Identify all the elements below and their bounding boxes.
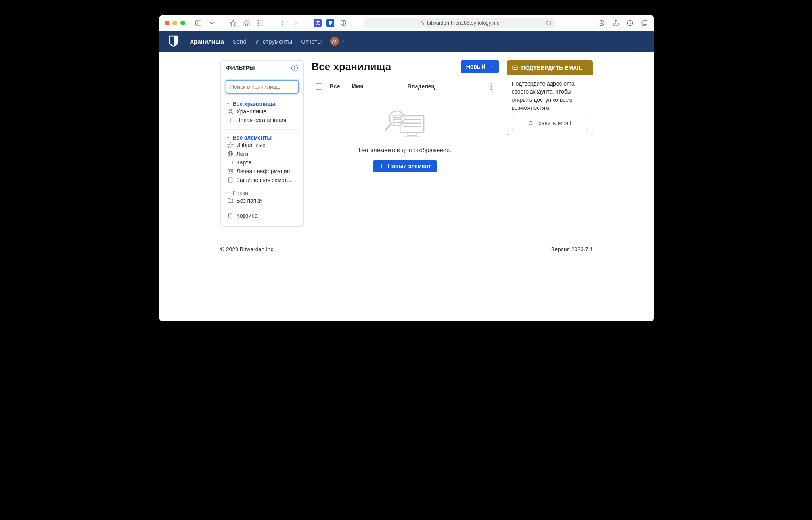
user-icon bbox=[227, 108, 234, 115]
maximize-window-button[interactable] bbox=[180, 21, 185, 25]
sidebar-item-favorites[interactable]: Избранные bbox=[226, 141, 299, 149]
sidebar-toggle-icon[interactable] bbox=[194, 19, 203, 27]
trash-icon bbox=[227, 212, 234, 219]
forward-button[interactable] bbox=[291, 19, 300, 27]
nav-vaults[interactable]: Хранилища bbox=[190, 38, 224, 45]
nav-reports[interactable]: Отчеты bbox=[301, 38, 322, 45]
downloads-icon[interactable] bbox=[597, 19, 606, 27]
sidebar-item-login[interactable]: Логин bbox=[226, 149, 299, 158]
browser-toolbar: 文 bitwarden.hren285.synology.me bbox=[159, 15, 654, 31]
close-window-button[interactable] bbox=[165, 21, 169, 25]
address-bar[interactable]: bitwarden.hren285.synology.me bbox=[364, 18, 555, 28]
nav-tools[interactable]: Инструменты bbox=[255, 38, 293, 45]
callout-body-text: Подтвердите адрес email своего аккаунта,… bbox=[512, 80, 588, 112]
history-icon[interactable] bbox=[626, 19, 634, 27]
page-title: Все хранилища bbox=[312, 61, 391, 73]
sidebar-item-secure-note[interactable]: Защищенная замет… bbox=[226, 176, 299, 184]
minimize-window-button[interactable] bbox=[172, 21, 177, 25]
table-header: Все Имя Владелец ⋮ bbox=[312, 80, 499, 93]
svg-point-30 bbox=[229, 170, 230, 172]
globe-icon bbox=[227, 151, 234, 157]
verify-email-callout: ПОДТВЕРДИТЬ EMAIL Подтвердите адрес emai… bbox=[507, 60, 593, 135]
svg-rect-27 bbox=[228, 161, 233, 164]
col-owner[interactable]: Владелец bbox=[408, 83, 480, 90]
footer-version: Версия 2023.7.1 bbox=[551, 246, 593, 252]
help-icon[interactable]: ? bbox=[291, 65, 298, 71]
star-icon[interactable] bbox=[229, 19, 237, 27]
apps-grid-icon[interactable] bbox=[256, 19, 264, 27]
svg-line-45 bbox=[385, 124, 391, 130]
app-nav: Хранилища Send Инструменты Отчеты АЛ bbox=[159, 31, 654, 52]
chevron-down-icon bbox=[226, 191, 230, 195]
sidebar-item-no-folder[interactable]: Без папки bbox=[226, 196, 299, 205]
svg-point-5 bbox=[262, 20, 262, 21]
svg-point-20 bbox=[229, 109, 231, 111]
new-button[interactable]: Новый bbox=[461, 60, 499, 73]
col-name[interactable]: Имя bbox=[352, 83, 400, 90]
svg-point-9 bbox=[258, 25, 259, 25]
svg-point-6 bbox=[258, 22, 259, 23]
svg-rect-0 bbox=[195, 21, 201, 25]
search-input[interactable] bbox=[226, 80, 299, 94]
folder-icon bbox=[227, 197, 234, 204]
svg-marker-23 bbox=[228, 142, 233, 147]
filters-title: ФИЛЬТРЫ bbox=[226, 65, 255, 71]
tabs-icon[interactable] bbox=[640, 19, 649, 27]
empty-illustration-icon bbox=[381, 105, 429, 140]
browser-window: 文 bitwarden.hren285.synology.me Хранилищ… bbox=[159, 15, 654, 321]
share-icon[interactable] bbox=[611, 19, 620, 27]
avatar: АЛ bbox=[330, 37, 339, 46]
chevron-down-icon bbox=[488, 64, 493, 69]
svg-point-10 bbox=[260, 25, 260, 25]
chevron-down-icon bbox=[226, 135, 230, 140]
nav-send[interactable]: Send bbox=[233, 38, 247, 45]
extension-translate-icon[interactable]: 文 bbox=[314, 19, 322, 27]
sidebar-item-trash[interactable]: Корзина bbox=[226, 211, 299, 220]
footer: © 2023 Bitwarden Inc. Версия 2023.7.1 bbox=[220, 239, 593, 263]
svg-rect-40 bbox=[408, 133, 416, 136]
send-email-button[interactable]: Отправить email bbox=[512, 117, 588, 130]
brand-logo-icon bbox=[169, 35, 179, 47]
empty-state: Нет элементов для отображения. Новый эле… bbox=[312, 93, 499, 175]
svg-marker-2 bbox=[230, 20, 236, 26]
card-icon bbox=[227, 159, 234, 166]
sidebar-item-new-org[interactable]: Новая организация bbox=[226, 116, 299, 124]
reload-icon[interactable] bbox=[546, 20, 552, 26]
group-folders[interactable]: Папки bbox=[226, 190, 299, 196]
plus-icon bbox=[379, 163, 385, 169]
sidebar-item-identity[interactable]: Личная информация bbox=[226, 167, 299, 176]
chevron-down-icon bbox=[226, 101, 230, 106]
svg-point-8 bbox=[262, 22, 262, 23]
extension-shield-icon[interactable] bbox=[339, 19, 348, 27]
svg-rect-29 bbox=[228, 169, 233, 173]
group-all-elements[interactable]: Все элементы bbox=[226, 134, 299, 141]
main-panel: Все хранилища Новый Все Имя Владелец ⋮ bbox=[312, 60, 499, 175]
svg-point-3 bbox=[258, 20, 259, 21]
id-card-icon bbox=[227, 168, 234, 174]
sidebar-item-vault[interactable]: Хранилище bbox=[226, 107, 299, 116]
filters-sidebar: ФИЛЬТРЫ ? Все хранилища Храни bbox=[220, 60, 304, 227]
back-button[interactable] bbox=[278, 19, 287, 27]
plus-icon bbox=[227, 117, 234, 123]
account-menu[interactable]: АЛ bbox=[330, 37, 345, 46]
chevron-down-icon bbox=[341, 39, 345, 43]
col-all[interactable]: Все bbox=[330, 83, 344, 90]
home-icon[interactable] bbox=[242, 19, 251, 27]
sidebar-item-card[interactable]: Карта bbox=[226, 158, 299, 167]
note-icon bbox=[227, 177, 234, 183]
plus-tab-icon[interactable] bbox=[572, 19, 580, 27]
mail-icon bbox=[512, 65, 518, 71]
svg-point-11 bbox=[262, 25, 262, 25]
svg-point-4 bbox=[260, 20, 260, 21]
new-item-button[interactable]: Новый элемент bbox=[373, 160, 437, 172]
callout-title: ПОДТВЕРДИТЬ EMAIL bbox=[521, 65, 582, 71]
window-controls bbox=[165, 21, 185, 25]
select-all-checkbox[interactable] bbox=[316, 83, 322, 90]
star-icon bbox=[227, 142, 234, 148]
svg-rect-19 bbox=[643, 20, 647, 25]
extension-bitwarden-icon[interactable] bbox=[326, 19, 334, 27]
empty-text: Нет элементов для отображения. bbox=[312, 147, 499, 153]
group-all-vaults[interactable]: Все хранилища bbox=[226, 101, 299, 107]
chevron-down-icon[interactable] bbox=[207, 19, 216, 27]
svg-point-7 bbox=[260, 22, 260, 23]
